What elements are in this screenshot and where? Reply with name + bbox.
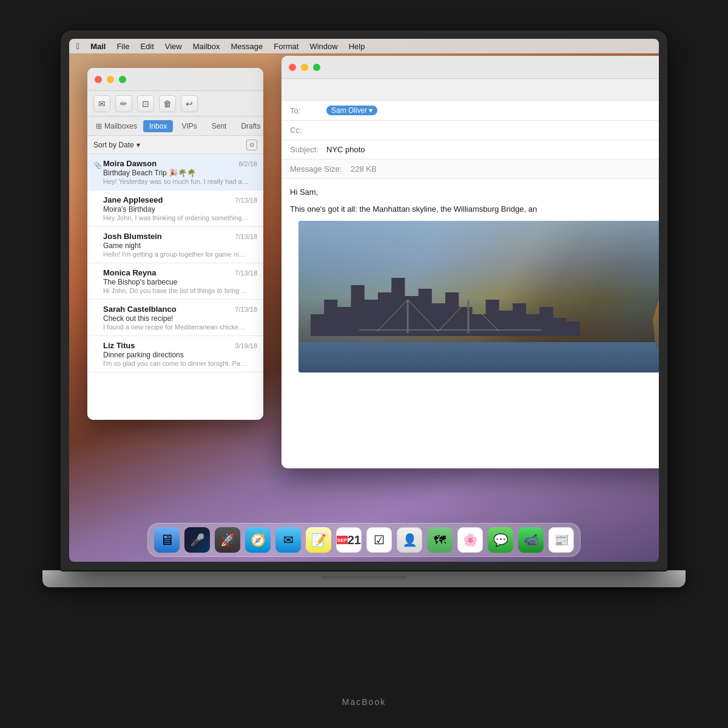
email-item-0[interactable]: 📎 Moira Dawson 8/2/18 Birthday Beach Tri… <box>87 154 263 190</box>
safari-icon: 🧭 <box>245 527 271 553</box>
menu-help[interactable]: Help <box>349 42 365 51</box>
preview-4: I found a new recipe for Mediterranean c… <box>103 323 249 331</box>
menu-edit[interactable]: Edit <box>140 42 153 51</box>
tab-sent[interactable]: Sent <box>206 120 233 132</box>
subject-4: Check out this recipe! <box>103 314 257 323</box>
preview-3: Hi John, Do you have the list of things … <box>103 287 249 294</box>
email-item-4[interactable]: Sarah Castelblanco 7/13/18 Check out thi… <box>87 300 263 336</box>
tab-inbox[interactable]: Inbox <box>143 120 173 132</box>
grid-icon: ⊞ <box>96 122 102 130</box>
minimize-button[interactable] <box>107 76 114 83</box>
macbook-base: MacBook <box>42 570 686 587</box>
subject-5: Dinner parking directions <box>103 351 257 359</box>
body-text: This one's got it all: the Manhattan sky… <box>290 203 659 215</box>
size-value: 228 KB <box>351 164 377 174</box>
cc-label: Cc: <box>290 126 326 135</box>
dock-safari[interactable]: 🧭 <box>244 526 272 554</box>
dock-notes[interactable]: 📝 <box>305 526 332 554</box>
siri-icon: 🎤 <box>184 527 210 553</box>
preview-2: Hello! I'm getting a group together for … <box>103 251 249 258</box>
menu-bar:  Mail File Edit View Mailbox Message Fo… <box>69 39 659 53</box>
compose-window: ✈ ≡ ▾ To: Sam Oliver ▾ Cc: <box>281 56 659 468</box>
news-icon: 📰 <box>548 527 574 553</box>
sort-options-icon[interactable]: ⊙ <box>246 140 257 150</box>
dock-finder[interactable]: 🖥 <box>153 526 181 554</box>
subject-3: The Bishop's barbecue <box>103 278 257 286</box>
email-item-2[interactable]: Josh Blumstein 7/13/18 Game night Hello!… <box>87 227 263 263</box>
archive-icon[interactable]: ⊡ <box>137 95 154 112</box>
photos-icon: 🌸 <box>457 527 483 553</box>
dock-news[interactable]: 📰 <box>547 526 575 554</box>
close-button[interactable] <box>95 76 102 83</box>
tab-vips[interactable]: VIPs <box>175 120 203 132</box>
macbook-notch <box>322 576 406 581</box>
water-layer <box>298 342 659 372</box>
cc-field[interactable]: Cc: <box>281 121 659 140</box>
menu-window[interactable]: Window <box>309 42 337 51</box>
dock-messages[interactable]: 💬 <box>487 526 514 554</box>
mail-list-titlebar <box>87 68 263 91</box>
sender-3: Monica Reyna <box>103 268 156 277</box>
svg-line-3 <box>377 300 408 331</box>
svg-line-6 <box>468 300 499 331</box>
subject-0: Birthday Beach Trip 🎉🌴🌴 <box>103 169 257 177</box>
sender-5: Liz Titus <box>103 341 135 350</box>
date-0: 8/2/18 <box>238 160 257 167</box>
email-item-3[interactable]: Monica Reyna 7/13/18 The Bishop's barbec… <box>87 263 263 300</box>
macbook-label: MacBook <box>342 697 386 707</box>
mail-tabs: ⊞ Mailboxes Inbox VIPs Sent Drafts <box>87 116 263 136</box>
dock-launchpad[interactable]: 🚀 <box>214 526 241 554</box>
menu-file[interactable]: File <box>116 42 129 51</box>
subject-field: Subject: NYC photo <box>281 140 659 160</box>
dock-contacts[interactable]: 👤 <box>396 526 423 554</box>
compose-titlebar <box>281 56 659 79</box>
apple-menu[interactable]:  <box>76 41 79 51</box>
sender-1: Jane Appleseed <box>103 195 163 204</box>
dock-maps[interactable]: 🗺 <box>426 526 454 554</box>
nyc-photo <box>298 221 659 372</box>
subject-1: Moira's Birthday <box>103 205 257 214</box>
dock: 🖥 🎤 🚀 🧭 <box>147 523 581 557</box>
sender-2: Josh Blumstein <box>103 232 162 241</box>
compose-close-button[interactable] <box>289 64 296 71</box>
dock-mail[interactable]: ✉ <box>274 526 302 554</box>
maximize-button[interactable] <box>119 76 126 83</box>
menu-mail[interactable]: Mail <box>90 42 106 51</box>
dock-photos[interactable]: 🌸 <box>456 526 484 554</box>
delete-icon[interactable]: 🗑 <box>159 95 176 112</box>
email-item-5[interactable]: Liz Titus 3/19/18 Dinner parking directi… <box>87 336 263 372</box>
reminders-icon: ☑ <box>366 527 392 553</box>
menu-mailbox[interactable]: Mailbox <box>193 42 220 51</box>
email-item-1[interactable]: Jane Appleseed 7/13/18 Moira's Birthday … <box>87 190 263 227</box>
sender-4: Sarah Castelblanco <box>103 305 177 314</box>
menu-format[interactable]: Format <box>274 42 298 51</box>
subject-value: NYC photo <box>326 145 365 154</box>
dock-siri[interactable]: 🎤 <box>183 526 211 554</box>
menu-view[interactable]: View <box>165 42 182 51</box>
compose-icon[interactable]: ✉ <box>93 95 110 112</box>
dock-reminders[interactable]: ☑ <box>365 526 393 554</box>
edit-icon[interactable]: ✏ <box>115 95 132 112</box>
menu-message[interactable]: Message <box>231 42 263 51</box>
calendar-icon: SEP 21 <box>336 527 362 553</box>
sort-bar: Sort by Date ▾ ⊙ <box>87 136 263 154</box>
dock-calendar[interactable]: SEP 21 <box>335 526 363 554</box>
mail-toolbar: ✉ ✏ ⊡ 🗑 ↩ <box>87 91 263 116</box>
compose-toolbar: ✈ ≡ ▾ <box>281 79 659 101</box>
notes-icon: 📝 <box>306 527 331 553</box>
tab-mailboxes[interactable]: ⊞ Mailboxes <box>92 120 141 132</box>
subject-2: Game night <box>103 241 257 250</box>
subject-label: Subject: <box>290 145 326 154</box>
macbook-device:  Mail File Edit View Mailbox Message Fo… <box>30 30 698 698</box>
compose-maximize-button[interactable] <box>313 64 320 71</box>
recipient-badge[interactable]: Sam Oliver ▾ <box>326 106 377 115</box>
reply-icon[interactable]: ↩ <box>181 95 198 112</box>
compose-body[interactable]: Hi Sam, This one's got it all: the Manha… <box>281 179 659 386</box>
dock-facetime[interactable]: 📹 <box>517 526 545 554</box>
greeting: Hi Sam, <box>290 186 659 198</box>
tab-drafts[interactable]: Drafts <box>235 120 263 132</box>
sort-by-date[interactable]: Sort by Date ▾ <box>93 141 140 149</box>
compose-minimize-button[interactable] <box>301 64 308 71</box>
svg-line-4 <box>408 300 438 331</box>
launchpad-icon: 🚀 <box>215 527 240 553</box>
